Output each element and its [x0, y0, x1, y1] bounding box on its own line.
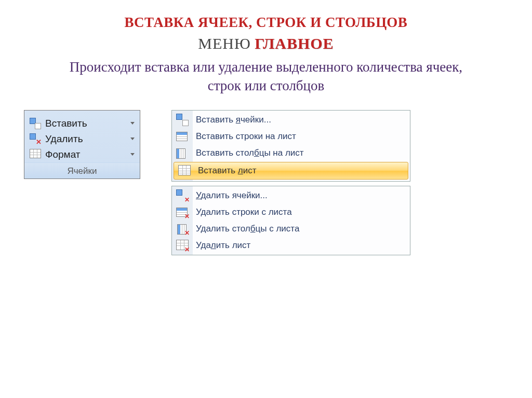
menu-insert-cols[interactable]: Вставить столбцы на лист — [172, 145, 410, 161]
delete-sheet-icon — [176, 239, 189, 252]
delete-cols-icon — [176, 223, 189, 235]
format-icon — [30, 149, 41, 160]
insert-menu: Вставить ячейки... Вставить строки на ли… — [171, 110, 410, 182]
insert-sheet-icon — [178, 164, 191, 177]
slide-subtitle: МЕНЮ ГЛАВНОЕ — [21, 35, 511, 52]
menu-item-label: Вставить строки на лист — [196, 131, 296, 142]
delete-button[interactable]: Удалить — [24, 131, 140, 147]
subtitle-main-word: ГЛАВНОЕ — [255, 35, 334, 52]
menu-delete-cells[interactable]: Удалить ячейки... — [172, 187, 410, 204]
menu-insert-cells[interactable]: Вставить ячейки... — [172, 112, 410, 128]
dropdown-caret-icon — [130, 153, 135, 156]
subtitle-menu-word: МЕНЮ — [198, 35, 251, 52]
menu-item-label: Вставить столбцы на лист — [196, 148, 304, 158]
slide-description: Происходит вставка или удаление выделенн… — [53, 58, 479, 95]
menu-delete-rows[interactable]: Удалить строки с листа — [172, 204, 410, 221]
menu-item-label: Удалить столбцы с листа — [196, 224, 299, 234]
dropdown-caret-icon — [130, 138, 135, 140]
menu-item-label: Вставить лист — [198, 166, 257, 176]
slide-title: ВСТАВКА ЯЧЕЕК, СТРОК И СТОЛБЦОВ — [21, 15, 511, 31]
delete-label: Удалить — [45, 133, 83, 145]
ribbon-group-label: Ячейки — [24, 162, 140, 179]
ribbon-cells-group: Вставить Удалить Формат Ячейки — [24, 110, 140, 179]
delete-rows-icon — [176, 206, 189, 218]
menu-delete-cols[interactable]: Удалить столбцы с листа — [172, 221, 410, 237]
delete-icon — [30, 133, 41, 145]
format-button[interactable]: Формат — [24, 147, 140, 162]
menu-delete-sheet[interactable]: Удалить лист — [172, 237, 410, 254]
menu-item-label: Вставить ячейки... — [196, 115, 271, 125]
menu-insert-rows[interactable]: Вставить строки на лист — [172, 128, 410, 145]
format-label: Формат — [45, 149, 81, 160]
delete-menu: Удалить ячейки... Удалить строки с листа… — [171, 186, 410, 255]
dropdown-caret-icon — [130, 122, 135, 125]
insert-cols-icon — [176, 147, 189, 159]
insert-icon — [30, 118, 41, 129]
menu-item-label: Удалить ячейки... — [196, 190, 268, 201]
insert-label: Вставить — [45, 118, 87, 129]
delete-cells-icon — [176, 189, 189, 202]
menu-item-label: Удалить строки с листа — [196, 207, 292, 217]
menu-insert-sheet[interactable]: Вставить лист — [174, 162, 408, 180]
insert-rows-icon — [176, 130, 189, 143]
insert-button[interactable]: Вставить — [24, 116, 140, 131]
menu-item-label: Удалить лист — [196, 240, 250, 251]
insert-cells-icon — [176, 114, 189, 126]
